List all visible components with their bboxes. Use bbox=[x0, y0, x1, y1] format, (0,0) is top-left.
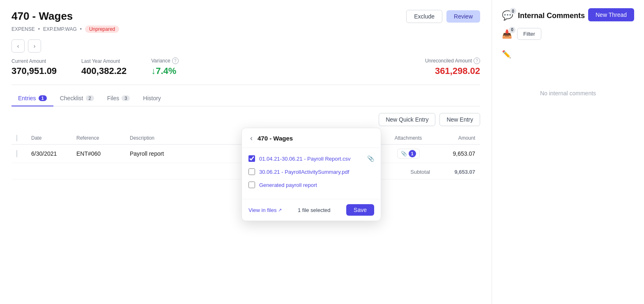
paperclip-icon: 📎 bbox=[401, 151, 407, 157]
comments-icon-button[interactable]: 💬 0 bbox=[502, 10, 513, 21]
popup-body: 01.04.21-30.06.21 - Payroll Report.csv 📎… bbox=[242, 148, 381, 196]
edit-icon-button[interactable]: ✏️ bbox=[502, 50, 511, 59]
header-meta: EXPENSE • EXP.EMP.WAG • Unprepared bbox=[12, 25, 480, 33]
tabs: Entries 1 Checklist 2 Files 3 History bbox=[12, 92, 480, 106]
no-comments-text: No internal comments bbox=[502, 90, 634, 97]
variance-label: Variance bbox=[151, 58, 170, 64]
unreconciled-metric: Unreconciled Amount ? 361,298.02 bbox=[425, 58, 480, 76]
col-header-attachments: Attachments bbox=[382, 132, 435, 145]
file-picker-popup: ‹ 470 - Wages 01.04.21-30.06.21 - Payrol… bbox=[242, 128, 381, 221]
list-item: Generated payroll report bbox=[248, 178, 374, 191]
comment-count-badge: 0 bbox=[510, 8, 516, 14]
list-item: 30.06.21 - PayrollActivitySummary.pdf bbox=[248, 165, 374, 178]
table-toolbar: New Quick Entry New Entry bbox=[12, 113, 480, 126]
variance-info-icon: ? bbox=[172, 58, 179, 64]
col-header-date: Date bbox=[26, 132, 71, 145]
variance-value: ↓7.4% bbox=[151, 66, 178, 76]
file-attach-icon-1[interactable]: 📎 bbox=[367, 155, 374, 162]
nav-arrows: ‹ › bbox=[12, 39, 480, 53]
unreconciled-label: Unreconciled Amount bbox=[425, 58, 472, 64]
popup-back-button[interactable]: ‹ bbox=[248, 134, 254, 143]
file-selected-count: 1 file selected bbox=[298, 207, 331, 213]
review-button[interactable]: Review bbox=[446, 10, 480, 23]
subtotal-label: Subtotal bbox=[382, 163, 435, 180]
new-quick-entry-button[interactable]: New Quick Entry bbox=[379, 113, 435, 126]
last-year-metric: Last Year Amount 400,382.22 bbox=[81, 58, 126, 76]
metrics-row: Current Amount 370,951.09 Last Year Amou… bbox=[12, 58, 480, 76]
current-amount-metric: Current Amount 370,951.09 bbox=[12, 58, 57, 76]
right-panel-header: 💬 0 Internal Comments New Thread bbox=[502, 8, 634, 21]
attachment-badge[interactable]: 📎 1 bbox=[397, 149, 420, 159]
select-all-checkbox[interactable] bbox=[16, 135, 17, 141]
code-label: EXP.EMP.WAG bbox=[43, 26, 77, 32]
row-amount: 9,653.07 bbox=[435, 145, 480, 163]
edit-icon-area: ✏️ bbox=[502, 50, 634, 59]
next-button[interactable]: › bbox=[28, 39, 41, 53]
table-container: Date Reference Description Attachments A… bbox=[12, 132, 480, 180]
row-date: 6/30/2021 bbox=[26, 145, 71, 163]
current-amount-value: 370,951.09 bbox=[12, 66, 57, 76]
tab-entries[interactable]: Entries 1 bbox=[12, 92, 53, 106]
current-amount-label: Current Amount bbox=[12, 58, 46, 64]
file-link-3[interactable]: Generated payroll report bbox=[259, 182, 374, 188]
external-link-icon: ↗ bbox=[278, 207, 282, 213]
prev-button[interactable]: ‹ bbox=[12, 39, 25, 53]
last-year-value: 400,382.22 bbox=[81, 66, 126, 76]
file-checkbox-1[interactable] bbox=[248, 155, 255, 162]
page-title: 470 - Wages bbox=[12, 10, 73, 23]
save-button[interactable]: Save bbox=[346, 204, 374, 216]
tab-files[interactable]: Files 3 bbox=[101, 92, 137, 106]
new-thread-button[interactable]: New Thread bbox=[588, 8, 634, 21]
filter-button[interactable]: Filter bbox=[517, 28, 541, 40]
file-checkbox-2[interactable] bbox=[248, 168, 255, 175]
tab-history[interactable]: History bbox=[136, 92, 168, 106]
col-header-amount: Amount bbox=[435, 132, 480, 145]
unreconciled-value: 361,298.02 bbox=[425, 66, 480, 76]
inbox-icon-button[interactable]: 📥 0 bbox=[502, 29, 512, 39]
popup-footer: View in files ↗ 1 file selected Save bbox=[242, 199, 381, 221]
unreconciled-info-icon: ? bbox=[474, 58, 480, 64]
exclude-button[interactable]: Exclude bbox=[406, 10, 442, 23]
variance-metric: Variance ? ↓7.4% bbox=[151, 58, 178, 76]
attachment-count: 1 bbox=[409, 150, 416, 157]
popup-header: ‹ 470 - Wages bbox=[242, 128, 381, 148]
row-checkbox[interactable] bbox=[16, 150, 17, 157]
popup-title: 470 - Wages bbox=[258, 135, 293, 142]
tab-checklist[interactable]: Checklist 2 bbox=[53, 92, 101, 106]
file-link-2[interactable]: 30.06.21 - PayrollActivitySummary.pdf bbox=[259, 169, 374, 175]
internal-comments-panel: 💬 0 Internal Comments New Thread 📥 0 Fil… bbox=[492, 0, 644, 304]
subtotal-amount: 9,653.07 bbox=[435, 163, 480, 180]
file-link-1[interactable]: 01.04.21-30.06.21 - Payroll Report.csv bbox=[259, 156, 363, 162]
list-item: 01.04.21-30.06.21 - Payroll Report.csv 📎 bbox=[248, 152, 374, 165]
view-in-files-label: View in files bbox=[248, 207, 276, 213]
col-header-reference: Reference bbox=[71, 132, 125, 145]
view-in-files-link[interactable]: View in files ↗ bbox=[248, 207, 282, 213]
file-checkbox-3[interactable] bbox=[248, 182, 255, 188]
last-year-label: Last Year Amount bbox=[81, 58, 120, 64]
icon-row: 💬 0 Internal Comments bbox=[502, 10, 585, 21]
right-panel-toolbar: 📥 0 Filter bbox=[502, 28, 634, 40]
inbox-count-badge: 0 bbox=[509, 27, 515, 33]
category-label: EXPENSE bbox=[12, 26, 35, 32]
new-entry-button[interactable]: New Entry bbox=[439, 113, 480, 126]
header-actions: Exclude Review bbox=[406, 10, 480, 23]
status-badge: Unprepared bbox=[85, 25, 119, 33]
row-reference: ENT#060 bbox=[71, 145, 125, 163]
internal-comments-title: Internal Comments bbox=[518, 12, 585, 20]
row-attachments[interactable]: 📎 1 bbox=[382, 145, 435, 163]
